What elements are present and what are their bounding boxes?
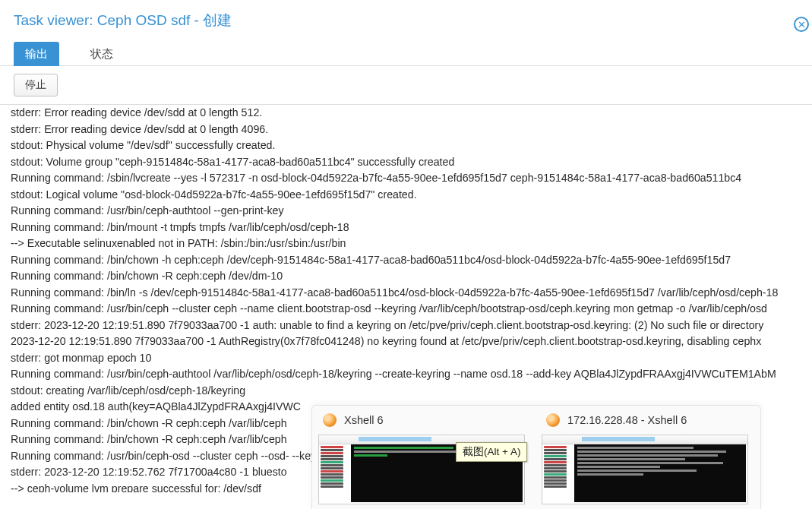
- screenshot-tooltip: 截图(Alt + A): [456, 442, 527, 462]
- toolbar: 停止: [0, 66, 812, 105]
- log-line: Running command: /bin/ln -s /dev/ceph-91…: [11, 285, 801, 302]
- log-line: Running command: /usr/bin/ceph-authtool …: [11, 366, 801, 383]
- log-line: stdout: Physical volume "/dev/sdf" succe…: [11, 138, 801, 154]
- task-viewer-window: Task viewer: Ceph OSD sdf - 创建 ✕ 输出 状态 停…: [0, 0, 812, 509]
- window-title: Task viewer: Ceph OSD sdf - 创建: [14, 11, 232, 30]
- taskbar-thumbnails: Xshell 6 172.16.228.48 - Xshell 6: [311, 405, 761, 509]
- log-line: stderr: 2023-12-20 12:19:51.890 7f79033a…: [11, 318, 801, 334]
- thumbnail-label: Xshell 6: [344, 414, 384, 426]
- thumbnail-xshell-2[interactable]: 172.16.228.48 - Xshell 6: [542, 410, 754, 504]
- log-line: Running command: /bin/chown -h ceph:ceph…: [11, 252, 801, 269]
- log-line: Running command: /usr/bin/ceph --cluster…: [11, 301, 801, 318]
- log-line: stderr: Error reading device /dev/sdd at…: [11, 122, 801, 138]
- thumbnail-preview: [542, 435, 748, 504]
- log-line: stderr: got monmap epoch 10: [11, 350, 801, 367]
- xshell-icon: [546, 413, 560, 427]
- tab-output[interactable]: 输出: [14, 42, 59, 66]
- log-line: stdout: Logical volume "osd-block-04d592…: [11, 187, 801, 204]
- tab-status[interactable]: 状态: [79, 42, 125, 66]
- log-line: stderr: Error reading device /dev/sdd at…: [11, 105, 801, 122]
- log-line: 2023-12-20 12:19:51.890 7f79033aa700 -1 …: [11, 334, 801, 350]
- log-line: stdout: Volume group "ceph-9151484c-58a1…: [11, 154, 801, 171]
- log-line: --> Executable selinuxenabled not in PAT…: [11, 236, 801, 252]
- log-line: Running command: /usr/bin/ceph-authtool …: [11, 203, 801, 220]
- log-line: Running command: /bin/chown -R ceph:ceph…: [11, 268, 801, 285]
- tab-bar: 输出 状态: [0, 36, 812, 66]
- thumbnail-label: 172.16.228.48 - Xshell 6: [567, 414, 687, 426]
- log-line: Running command: /sbin/lvcreate --yes -l…: [11, 170, 801, 187]
- log-line: stdout: creating /var/lib/ceph/osd/ceph-…: [11, 383, 801, 400]
- stop-button[interactable]: 停止: [14, 74, 58, 96]
- titlebar: Task viewer: Ceph OSD sdf - 创建 ✕: [0, 0, 812, 36]
- xshell-icon: [323, 413, 336, 427]
- log-line: Running command: /bin/mount -t tmpfs tmp…: [11, 220, 801, 236]
- close-icon[interactable]: ✕: [794, 17, 809, 32]
